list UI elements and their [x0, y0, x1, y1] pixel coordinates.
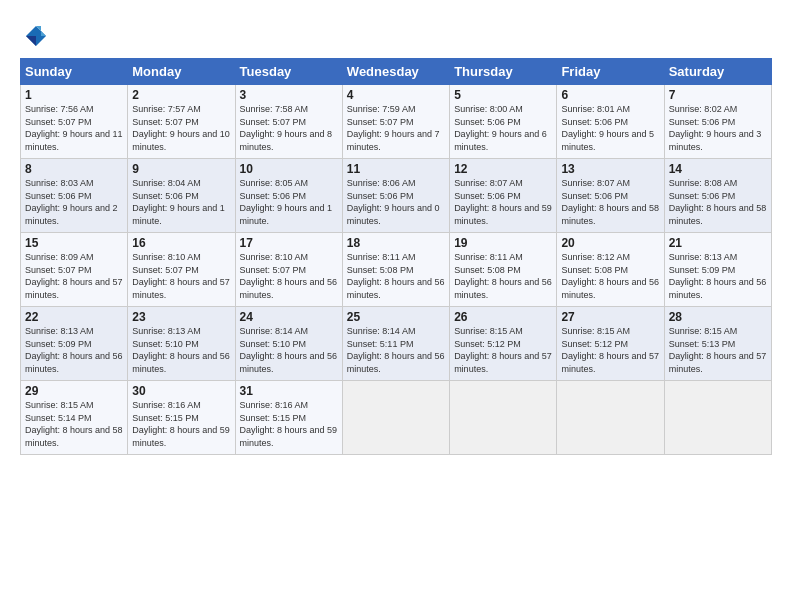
calendar-week-5: 29Sunrise: 8:15 AMSunset: 5:14 PMDayligh… — [21, 381, 772, 455]
day-detail: Sunrise: 8:08 AMSunset: 5:06 PMDaylight:… — [669, 177, 767, 227]
day-number: 17 — [240, 236, 338, 250]
day-number: 26 — [454, 310, 552, 324]
day-number: 1 — [25, 88, 123, 102]
day-number: 5 — [454, 88, 552, 102]
calendar-cell: 31Sunrise: 8:16 AMSunset: 5:15 PMDayligh… — [235, 381, 342, 455]
calendar-cell: 12Sunrise: 8:07 AMSunset: 5:06 PMDayligh… — [450, 159, 557, 233]
day-number: 9 — [132, 162, 230, 176]
calendar-cell — [342, 381, 449, 455]
header-row — [20, 18, 772, 50]
day-number: 31 — [240, 384, 338, 398]
day-number: 20 — [561, 236, 659, 250]
day-number: 2 — [132, 88, 230, 102]
day-number: 29 — [25, 384, 123, 398]
column-header-monday: Monday — [128, 59, 235, 85]
day-detail: Sunrise: 8:14 AMSunset: 5:11 PMDaylight:… — [347, 325, 445, 375]
day-number: 23 — [132, 310, 230, 324]
column-header-wednesday: Wednesday — [342, 59, 449, 85]
day-detail: Sunrise: 8:15 AMSunset: 5:12 PMDaylight:… — [454, 325, 552, 375]
day-detail: Sunrise: 8:05 AMSunset: 5:06 PMDaylight:… — [240, 177, 338, 227]
day-detail: Sunrise: 7:58 AMSunset: 5:07 PMDaylight:… — [240, 103, 338, 153]
day-number: 22 — [25, 310, 123, 324]
calendar-header: SundayMondayTuesdayWednesdayThursdayFrid… — [21, 59, 772, 85]
calendar-week-2: 8Sunrise: 8:03 AMSunset: 5:06 PMDaylight… — [21, 159, 772, 233]
day-detail: Sunrise: 8:07 AMSunset: 5:06 PMDaylight:… — [561, 177, 659, 227]
calendar-cell: 14Sunrise: 8:08 AMSunset: 5:06 PMDayligh… — [664, 159, 771, 233]
day-number: 27 — [561, 310, 659, 324]
calendar-cell: 16Sunrise: 8:10 AMSunset: 5:07 PMDayligh… — [128, 233, 235, 307]
day-number: 11 — [347, 162, 445, 176]
day-detail: Sunrise: 8:13 AMSunset: 5:09 PMDaylight:… — [669, 251, 767, 301]
logo — [20, 22, 52, 50]
calendar-cell: 30Sunrise: 8:16 AMSunset: 5:15 PMDayligh… — [128, 381, 235, 455]
column-header-tuesday: Tuesday — [235, 59, 342, 85]
day-detail: Sunrise: 8:03 AMSunset: 5:06 PMDaylight:… — [25, 177, 123, 227]
calendar-cell: 15Sunrise: 8:09 AMSunset: 5:07 PMDayligh… — [21, 233, 128, 307]
calendar-week-1: 1Sunrise: 7:56 AMSunset: 5:07 PMDaylight… — [21, 85, 772, 159]
day-detail: Sunrise: 8:09 AMSunset: 5:07 PMDaylight:… — [25, 251, 123, 301]
day-detail: Sunrise: 8:11 AMSunset: 5:08 PMDaylight:… — [454, 251, 552, 301]
day-detail: Sunrise: 8:07 AMSunset: 5:06 PMDaylight:… — [454, 177, 552, 227]
day-detail: Sunrise: 8:15 AMSunset: 5:14 PMDaylight:… — [25, 399, 123, 449]
calendar-cell: 13Sunrise: 8:07 AMSunset: 5:06 PMDayligh… — [557, 159, 664, 233]
calendar-cell: 24Sunrise: 8:14 AMSunset: 5:10 PMDayligh… — [235, 307, 342, 381]
day-detail: Sunrise: 7:57 AMSunset: 5:07 PMDaylight:… — [132, 103, 230, 153]
page-container: SundayMondayTuesdayWednesdayThursdayFrid… — [0, 0, 792, 465]
calendar-cell — [664, 381, 771, 455]
calendar-cell: 25Sunrise: 8:14 AMSunset: 5:11 PMDayligh… — [342, 307, 449, 381]
calendar-cell: 21Sunrise: 8:13 AMSunset: 5:09 PMDayligh… — [664, 233, 771, 307]
calendar-cell: 20Sunrise: 8:12 AMSunset: 5:08 PMDayligh… — [557, 233, 664, 307]
day-number: 15 — [25, 236, 123, 250]
calendar-cell: 1Sunrise: 7:56 AMSunset: 5:07 PMDaylight… — [21, 85, 128, 159]
day-number: 18 — [347, 236, 445, 250]
day-detail: Sunrise: 8:13 AMSunset: 5:09 PMDaylight:… — [25, 325, 123, 375]
calendar-cell: 8Sunrise: 8:03 AMSunset: 5:06 PMDaylight… — [21, 159, 128, 233]
day-detail: Sunrise: 8:15 AMSunset: 5:13 PMDaylight:… — [669, 325, 767, 375]
day-number: 21 — [669, 236, 767, 250]
day-number: 4 — [347, 88, 445, 102]
day-detail: Sunrise: 8:16 AMSunset: 5:15 PMDaylight:… — [132, 399, 230, 449]
calendar-cell: 2Sunrise: 7:57 AMSunset: 5:07 PMDaylight… — [128, 85, 235, 159]
calendar-cell: 9Sunrise: 8:04 AMSunset: 5:06 PMDaylight… — [128, 159, 235, 233]
calendar-cell: 11Sunrise: 8:06 AMSunset: 5:06 PMDayligh… — [342, 159, 449, 233]
day-detail: Sunrise: 8:14 AMSunset: 5:10 PMDaylight:… — [240, 325, 338, 375]
calendar-cell: 22Sunrise: 8:13 AMSunset: 5:09 PMDayligh… — [21, 307, 128, 381]
day-number: 13 — [561, 162, 659, 176]
day-detail: Sunrise: 8:02 AMSunset: 5:06 PMDaylight:… — [669, 103, 767, 153]
calendar-cell: 10Sunrise: 8:05 AMSunset: 5:06 PMDayligh… — [235, 159, 342, 233]
calendar-cell: 17Sunrise: 8:10 AMSunset: 5:07 PMDayligh… — [235, 233, 342, 307]
calendar-cell — [450, 381, 557, 455]
day-number: 3 — [240, 88, 338, 102]
day-number: 7 — [669, 88, 767, 102]
day-detail: Sunrise: 8:11 AMSunset: 5:08 PMDaylight:… — [347, 251, 445, 301]
day-detail: Sunrise: 8:15 AMSunset: 5:12 PMDaylight:… — [561, 325, 659, 375]
calendar-cell: 4Sunrise: 7:59 AMSunset: 5:07 PMDaylight… — [342, 85, 449, 159]
calendar-cell: 6Sunrise: 8:01 AMSunset: 5:06 PMDaylight… — [557, 85, 664, 159]
day-number: 30 — [132, 384, 230, 398]
day-number: 14 — [669, 162, 767, 176]
calendar-body: 1Sunrise: 7:56 AMSunset: 5:07 PMDaylight… — [21, 85, 772, 455]
column-header-sunday: Sunday — [21, 59, 128, 85]
day-detail: Sunrise: 8:16 AMSunset: 5:15 PMDaylight:… — [240, 399, 338, 449]
calendar-cell: 26Sunrise: 8:15 AMSunset: 5:12 PMDayligh… — [450, 307, 557, 381]
day-detail: Sunrise: 7:56 AMSunset: 5:07 PMDaylight:… — [25, 103, 123, 153]
day-number: 19 — [454, 236, 552, 250]
header-row: SundayMondayTuesdayWednesdayThursdayFrid… — [21, 59, 772, 85]
column-header-saturday: Saturday — [664, 59, 771, 85]
day-detail: Sunrise: 7:59 AMSunset: 5:07 PMDaylight:… — [347, 103, 445, 153]
day-number: 12 — [454, 162, 552, 176]
day-number: 10 — [240, 162, 338, 176]
day-detail: Sunrise: 8:06 AMSunset: 5:06 PMDaylight:… — [347, 177, 445, 227]
calendar-table: SundayMondayTuesdayWednesdayThursdayFrid… — [20, 58, 772, 455]
calendar-cell: 23Sunrise: 8:13 AMSunset: 5:10 PMDayligh… — [128, 307, 235, 381]
calendar-cell: 19Sunrise: 8:11 AMSunset: 5:08 PMDayligh… — [450, 233, 557, 307]
logo-icon — [20, 22, 48, 50]
day-detail: Sunrise: 8:13 AMSunset: 5:10 PMDaylight:… — [132, 325, 230, 375]
day-number: 25 — [347, 310, 445, 324]
day-number: 24 — [240, 310, 338, 324]
column-header-friday: Friday — [557, 59, 664, 85]
calendar-cell: 29Sunrise: 8:15 AMSunset: 5:14 PMDayligh… — [21, 381, 128, 455]
day-number: 8 — [25, 162, 123, 176]
day-detail: Sunrise: 8:00 AMSunset: 5:06 PMDaylight:… — [454, 103, 552, 153]
calendar-week-4: 22Sunrise: 8:13 AMSunset: 5:09 PMDayligh… — [21, 307, 772, 381]
